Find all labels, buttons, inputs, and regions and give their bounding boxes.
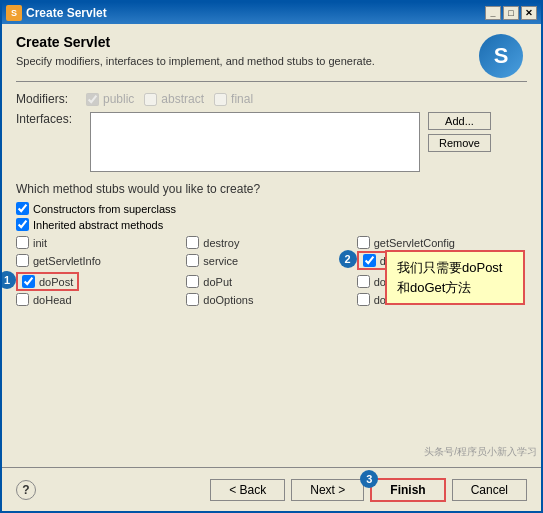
inherited-label: Inherited abstract methods	[33, 219, 163, 231]
window-controls: _ □ ✕	[485, 6, 537, 20]
bottom-bar: ? < Back Next > 3 Finish Cancel	[2, 467, 541, 511]
page-description: Specify modifiers, interfaces to impleme…	[16, 54, 527, 69]
init-item: init	[16, 235, 186, 250]
constructors-label: Constructors from superclass	[33, 203, 176, 215]
badge-2: 2	[339, 250, 357, 268]
modifier-abstract-checkbox[interactable]	[144, 93, 157, 106]
maximize-button[interactable]: □	[503, 6, 519, 20]
page-title: Create Servlet	[16, 34, 527, 50]
dohead-checkbox[interactable]	[16, 293, 29, 306]
constructors-checkbox[interactable]	[16, 202, 29, 215]
cancel-button[interactable]: Cancel	[452, 479, 527, 501]
getservletconfig-checkbox[interactable]	[357, 236, 370, 249]
inherited-checkbox[interactable]	[16, 218, 29, 231]
modifiers-row: Modifiers: public abstract final	[16, 92, 527, 106]
modifier-final-checkbox[interactable]	[214, 93, 227, 106]
window-title: Create Servlet	[26, 6, 107, 20]
modifier-public-label: public	[103, 92, 134, 106]
init-checkbox[interactable]	[16, 236, 29, 249]
modifiers-label: Modifiers:	[16, 92, 86, 106]
service-checkbox[interactable]	[186, 254, 199, 267]
dotrace-checkbox[interactable]	[357, 293, 370, 306]
badge-3: 3	[360, 470, 378, 488]
dopost-checkbox[interactable]	[22, 275, 35, 288]
back-button[interactable]: < Back	[210, 479, 285, 501]
remove-button[interactable]: Remove	[428, 134, 491, 152]
title-bar: S Create Servlet _ □ ✕	[2, 2, 541, 24]
tooltip-box: 我们只需要doPost和doGet方法	[385, 250, 525, 305]
servlet-logo: S	[479, 34, 523, 78]
doget-checkbox[interactable]	[363, 254, 376, 267]
inherited-row: Inherited abstract methods	[16, 218, 527, 231]
minimize-button[interactable]: _	[485, 6, 501, 20]
getservletinfo-checkbox[interactable]	[16, 254, 29, 267]
help-button[interactable]: ?	[16, 480, 36, 500]
modifier-abstract: abstract	[144, 92, 204, 106]
modifier-final-label: final	[231, 92, 253, 106]
getservletconfig-item: getServletConfig	[357, 235, 527, 250]
service-item: service	[186, 250, 356, 271]
add-button[interactable]: Add...	[428, 112, 491, 130]
dopost-item: 1 doPost	[16, 271, 186, 292]
interfaces-row: Interfaces: Add... Remove	[16, 112, 527, 172]
destroy-checkbox[interactable]	[186, 236, 199, 249]
getservletinfo-item: getServletInfo	[16, 250, 186, 271]
modifier-public: public	[86, 92, 134, 106]
interfaces-label: Interfaces:	[16, 112, 86, 126]
interfaces-listbox[interactable]	[90, 112, 420, 172]
modifier-abstract-label: abstract	[161, 92, 204, 106]
window-icon: S	[6, 5, 22, 21]
tooltip-text: 我们只需要doPost和doGet方法	[397, 260, 502, 295]
modifier-final: final	[214, 92, 253, 106]
stubs-question: Which method stubs would you like to cre…	[16, 182, 527, 196]
dodelete-checkbox[interactable]	[357, 275, 370, 288]
doput-checkbox[interactable]	[186, 275, 199, 288]
dooptions-item: doOptions	[186, 292, 356, 307]
destroy-item: destroy	[186, 235, 356, 250]
create-servlet-window: S Create Servlet _ □ ✕ S Create Servlet …	[0, 0, 543, 513]
badge-1: 1	[0, 271, 16, 289]
close-button[interactable]: ✕	[521, 6, 537, 20]
dooptions-checkbox[interactable]	[186, 293, 199, 306]
modifier-public-checkbox[interactable]	[86, 93, 99, 106]
next-button[interactable]: Next >	[291, 479, 364, 501]
doput-item: doPut	[186, 271, 356, 292]
constructors-row: Constructors from superclass	[16, 202, 527, 215]
finish-button[interactable]: Finish	[370, 478, 445, 502]
divider	[16, 81, 527, 82]
interfaces-buttons: Add... Remove	[428, 112, 491, 152]
dohead-item: doHead	[16, 292, 186, 307]
watermark: 头条号/程序员小新入学习	[424, 445, 541, 459]
